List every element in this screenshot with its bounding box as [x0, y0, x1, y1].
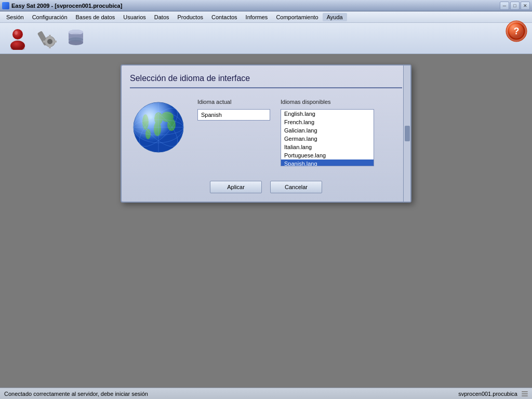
window-controls: ─ □ ✕: [500, 2, 530, 10]
user-toolbar-btn[interactable]: [4, 25, 31, 52]
svg-point-1: [10, 41, 25, 50]
svg-rect-7: [49, 35, 51, 38]
menu-configuracion[interactable]: Configuración: [28, 13, 72, 21]
current-lang-input[interactable]: [197, 109, 270, 121]
database-toolbar-btn[interactable]: [62, 25, 89, 52]
gear-icon: [36, 27, 57, 50]
svg-point-16: [69, 37, 83, 42]
title-text: Easy Sat 2009 - [svprocen001.procubica]: [2, 2, 122, 9]
main-content: Selección de idioma de interface: [0, 54, 532, 388]
menu-bar: Sesión Configuración Bases de datos Usua…: [0, 11, 532, 23]
help-toolbar-btn[interactable]: ?: [505, 20, 528, 44]
menu-contactos[interactable]: Contactos: [207, 13, 242, 21]
svg-point-35: [134, 102, 183, 152]
status-bar: Conectado correctamente al servidor, deb…: [0, 388, 532, 399]
dialog-form: Idioma actual Idiomas disponibles Englis…: [197, 99, 402, 166]
menu-sesion[interactable]: Sesión: [2, 13, 28, 21]
available-langs-section: Idiomas disponibles English.langFrench.l…: [281, 99, 374, 166]
close-button[interactable]: ✕: [521, 2, 530, 10]
scrollbar-thumb: [405, 126, 410, 141]
menu-comportamiento[interactable]: Comportamiento: [272, 13, 322, 21]
list-item[interactable]: French.lang: [281, 118, 374, 126]
menu-basesdedatos[interactable]: Bases de datos: [72, 13, 119, 21]
dialog-scrollbar[interactable]: [403, 65, 410, 202]
dialog-title: Selección de idioma de interface: [130, 74, 402, 88]
database-icon: [65, 27, 86, 50]
status-left: Conectado correctamente al servidor, deb…: [4, 391, 148, 397]
svg-rect-10: [54, 41, 57, 43]
menu-productos[interactable]: Productos: [174, 13, 208, 21]
svg-point-2: [12, 29, 23, 39]
svg-rect-8: [49, 45, 51, 48]
list-item[interactable]: German.lang: [281, 135, 374, 143]
apply-button[interactable]: Aplicar: [210, 181, 262, 193]
globe-icon: [130, 99, 187, 156]
resize-grip: [522, 391, 528, 397]
globe-container: [130, 99, 187, 156]
app-icon: [2, 2, 9, 9]
title-bar: Easy Sat 2009 - [svprocen001.procubica] …: [0, 0, 532, 11]
cancel-button[interactable]: Cancelar: [270, 181, 322, 193]
dialog-body: Idioma actual Idiomas disponibles Englis…: [130, 92, 402, 172]
user-icon: [8, 27, 27, 50]
help-icon: ?: [505, 20, 528, 43]
svg-rect-9: [43, 41, 46, 43]
menu-informes[interactable]: Informes: [242, 13, 272, 21]
status-right: svprocen001.procubica: [458, 391, 517, 397]
menu-usuarios[interactable]: Usuarios: [119, 13, 150, 21]
svg-point-3: [15, 31, 18, 35]
list-item[interactable]: Italian.lang: [281, 143, 374, 151]
svg-text:?: ?: [514, 26, 520, 36]
list-item[interactable]: Galician.lang: [281, 126, 374, 135]
window-title: Easy Sat 2009 - [svprocen001.procubica]: [11, 3, 122, 9]
svg-point-6: [47, 39, 52, 44]
list-item[interactable]: Spanish.lang: [281, 159, 374, 166]
menu-datos[interactable]: Datos: [150, 13, 174, 21]
toolbar: ?: [0, 23, 532, 54]
settings-toolbar-btn[interactable]: [33, 25, 60, 52]
minimize-button[interactable]: ─: [500, 2, 509, 10]
current-lang-section: Idioma actual: [197, 99, 270, 166]
language-listbox[interactable]: English.langFrench.langGalician.langGerm…: [281, 109, 374, 166]
list-item[interactable]: English.lang: [281, 110, 374, 118]
current-lang-label: Idioma actual: [197, 99, 270, 105]
list-item[interactable]: Portuguese.lang: [281, 151, 374, 159]
dialog-buttons: Aplicar Cancelar: [130, 181, 402, 193]
menu-ayuda[interactable]: Ayuda: [323, 13, 347, 21]
language-dialog: Selección de idioma de interface: [121, 64, 411, 203]
available-langs-label: Idiomas disponibles: [281, 99, 374, 105]
maximize-button[interactable]: □: [510, 2, 520, 10]
